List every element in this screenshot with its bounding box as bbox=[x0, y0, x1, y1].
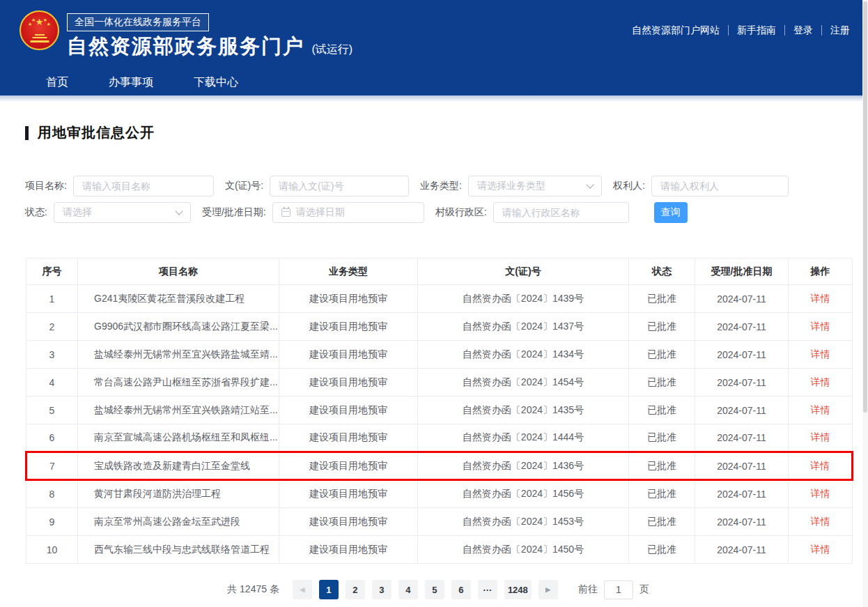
detail-link[interactable]: 详情 bbox=[811, 348, 830, 360]
next-arrow-icon: ▶ bbox=[545, 586, 550, 593]
page-button[interactable]: 6 bbox=[451, 580, 471, 599]
filter-status: 状态: 请选择 bbox=[25, 202, 191, 223]
cell-seq: 1 bbox=[26, 285, 78, 313]
top-link[interactable]: 注册 bbox=[821, 25, 850, 36]
cell-seq: 10 bbox=[26, 536, 78, 564]
table-row: 9 南京至常州高速公路金坛至武进段 建设项目用地预审 自然资办函〔2024〕14… bbox=[26, 508, 853, 536]
cell-status: 已批准 bbox=[629, 480, 695, 508]
cell-date: 2024-07-11 bbox=[695, 369, 789, 397]
page-button[interactable]: 3 bbox=[372, 580, 392, 599]
cell-project-name: 盐城经泰州无锡常州至宜兴铁路靖江站至... bbox=[78, 397, 279, 424]
detail-link[interactable]: 详情 bbox=[810, 460, 830, 471]
goto-label: 前往 bbox=[578, 583, 598, 596]
cell-doc-no: 自然资办函〔2024〕1437号 bbox=[418, 313, 629, 341]
cell-date: 2024-07-11 bbox=[695, 424, 789, 452]
cell-doc-no: 自然资办函〔2024〕1434号 bbox=[418, 341, 629, 369]
village-label: 村级行政区: bbox=[435, 206, 487, 219]
emblem-gate-icon bbox=[35, 34, 45, 36]
table-row: 5 盐城经泰州无锡常州至宜兴铁路靖江站至... 建设项目用地预审 自然资办函〔2… bbox=[26, 397, 853, 424]
nav-item[interactable]: 下载中心 bbox=[194, 75, 238, 90]
status-select[interactable]: 请选择 bbox=[54, 202, 191, 223]
cell-seq: 2 bbox=[26, 313, 78, 341]
cell-biz-type: 建设项目用地预审 bbox=[279, 313, 418, 341]
detail-link[interactable]: 详情 bbox=[811, 293, 830, 304]
main-content: 用地审批信息公开 项目名称: 文(证)号: 业务类型: 请选择业务类型 权利人: bbox=[0, 123, 868, 599]
right-holder-input[interactable] bbox=[651, 176, 789, 197]
village-input[interactable] bbox=[493, 202, 629, 223]
cell-status: 已批准 bbox=[629, 452, 695, 480]
cell-date: 2024-07-11 bbox=[695, 536, 789, 564]
table-row: 7 宝成铁路改造及新建青白江至金堂线 建设项目用地预审 自然资办函〔2024〕1… bbox=[26, 452, 853, 480]
page-button[interactable]: 1248 bbox=[504, 580, 532, 599]
cell-date: 2024-07-11 bbox=[695, 313, 789, 341]
brand: 自然资源部政务服务门户 (试运行) bbox=[67, 33, 352, 61]
filter-row-2: 状态: 请选择 受理/批准日期: 请选择日期 村级行政区: 查询 bbox=[25, 201, 851, 224]
cell-seq: 6 bbox=[26, 424, 78, 452]
detail-link[interactable]: 详情 bbox=[811, 544, 830, 555]
total-count: 共 12475 条 bbox=[227, 583, 279, 596]
date-label: 受理/批准日期: bbox=[202, 206, 266, 219]
detail-link[interactable]: 详情 bbox=[811, 516, 830, 527]
detail-link[interactable]: 详情 bbox=[811, 488, 830, 499]
top-link[interactable]: 新手指南 bbox=[728, 25, 784, 36]
project-name-input[interactable] bbox=[73, 176, 214, 197]
emblem-star-icon: ★ bbox=[31, 17, 36, 22]
cell-seq: 9 bbox=[26, 508, 78, 536]
filter-right-holder: 权利人: bbox=[613, 176, 789, 197]
query-button[interactable]: 查询 bbox=[654, 202, 688, 223]
scrollbar-thumb[interactable] bbox=[863, 1, 867, 413]
cell-date: 2024-07-11 bbox=[695, 508, 789, 536]
page-button[interactable]: 1 bbox=[319, 580, 339, 599]
page-buttons: 123456···1248 bbox=[316, 580, 535, 599]
scrollbar[interactable] bbox=[862, 0, 868, 607]
emblem-gate-icon bbox=[30, 40, 49, 43]
filter-biz-type: 业务类型: 请选择业务类型 bbox=[420, 176, 602, 197]
cell-seq: 7 bbox=[26, 452, 78, 480]
cell-biz-type: 建设项目用地预审 bbox=[279, 369, 418, 397]
biz-type-select[interactable]: 请选择业务类型 bbox=[468, 176, 602, 197]
prev-page-button[interactable]: ◀ bbox=[293, 580, 312, 599]
nav-item[interactable]: 办事事项 bbox=[109, 75, 153, 90]
top-link[interactable]: 自然资源部门户网站 bbox=[623, 25, 728, 36]
page-button[interactable]: 2 bbox=[346, 580, 365, 599]
cell-date: 2024-07-11 bbox=[695, 397, 789, 424]
col-header-action: 操作 bbox=[789, 259, 853, 285]
pagination: 共 12475 条 ◀ 123456···1248 ▶ 前往 页 bbox=[25, 580, 851, 599]
detail-link[interactable]: 详情 bbox=[811, 431, 830, 443]
page-button[interactable]: ··· bbox=[478, 580, 497, 599]
page-button[interactable]: 5 bbox=[425, 580, 444, 599]
cell-doc-no: 自然资办函〔2024〕1453号 bbox=[418, 508, 629, 536]
cell-status: 已批准 bbox=[629, 369, 695, 397]
nav-shadow bbox=[0, 95, 868, 102]
platform-badge: 全国一体化在线政务服务平台 bbox=[67, 13, 209, 31]
top-links: 自然资源部门户网站新手指南登录注册 bbox=[623, 25, 850, 36]
site-header: ★ ★ ★ ★ ★ 全国一体化在线政务服务平台 自然资源部政务服务门户 (试运行… bbox=[0, 0, 868, 102]
chevron-down-icon bbox=[175, 207, 183, 215]
filter-village: 村级行政区: bbox=[435, 202, 629, 223]
cell-doc-no: 自然资办函〔2024〕1456号 bbox=[418, 480, 629, 508]
project-name-label: 项目名称: bbox=[25, 180, 67, 192]
cell-status: 已批准 bbox=[629, 285, 695, 313]
top-link[interactable]: 登录 bbox=[784, 25, 821, 36]
goto-page-input[interactable] bbox=[604, 581, 633, 599]
prev-arrow-icon: ◀ bbox=[300, 586, 304, 593]
detail-link[interactable]: 详情 bbox=[811, 321, 830, 332]
doc-no-input[interactable] bbox=[270, 176, 409, 197]
next-page-button[interactable]: ▶ bbox=[538, 580, 558, 599]
cell-project-name: 黄河甘肃段河道防洪治理工程 bbox=[78, 480, 279, 508]
emblem-gate-icon bbox=[32, 37, 47, 38]
filter-doc-no: 文(证)号: bbox=[225, 176, 409, 197]
cell-biz-type: 建设项目用地预审 bbox=[279, 480, 418, 508]
detail-link[interactable]: 详情 bbox=[811, 376, 830, 387]
cell-project-name: G9906武汉都市圈环线高速公路江夏至梁... bbox=[78, 313, 279, 341]
cell-status: 已批准 bbox=[629, 508, 695, 536]
page-button[interactable]: 4 bbox=[398, 580, 418, 599]
table-row: 10 西气东输三线中段与忠武线联络管道工程 建设项目用地预审 自然资办函〔202… bbox=[26, 536, 853, 564]
detail-link[interactable]: 详情 bbox=[811, 404, 830, 415]
table-row: 6 南京至宣城高速公路机场枢纽至和凤枢纽... 建设项目用地预审 自然资办函〔2… bbox=[26, 424, 853, 452]
cell-date: 2024-07-11 bbox=[695, 452, 789, 480]
date-input[interactable]: 请选择日期 bbox=[272, 202, 424, 223]
nav-item[interactable]: 首页 bbox=[46, 75, 68, 90]
cell-seq: 8 bbox=[26, 480, 78, 508]
cell-doc-no: 自然资办函〔2024〕1436号 bbox=[418, 452, 629, 480]
